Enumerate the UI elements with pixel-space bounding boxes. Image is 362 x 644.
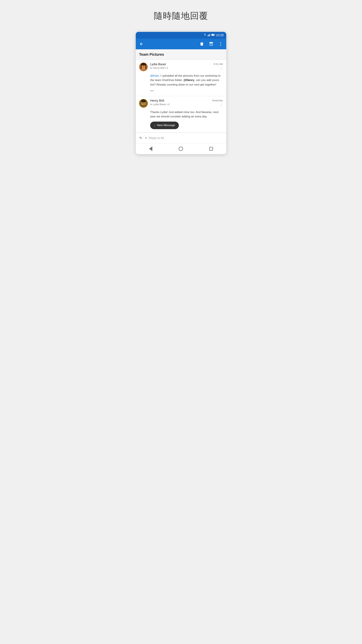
more-options-button[interactable]: ⋮	[218, 41, 224, 47]
nav-back-icon	[149, 146, 152, 151]
new-message-button[interactable]: ↓ New Message	[150, 122, 179, 129]
email-time-henry: Yesterday	[212, 99, 223, 102]
svg-rect-11	[211, 44, 212, 44]
nav-bar	[136, 144, 226, 154]
email-header-1: Lydia Bauer to Henry Brill +2 8:31 AM ⋮	[139, 62, 223, 71]
svg-rect-1	[208, 35, 209, 36]
app-bar-left	[138, 41, 144, 47]
email-more-lydia[interactable]: ⋮	[220, 66, 223, 70]
back-button[interactable]	[138, 41, 144, 47]
reply-bar: ▼ Reply to All	[136, 133, 226, 144]
sender-to-lydia: to Henry Brill +2	[150, 66, 214, 69]
svg-rect-6	[215, 34, 215, 35]
svg-point-17	[141, 63, 146, 66]
battery-icon	[211, 34, 215, 37]
sender-to-henry: to Lydia Bauer +2	[150, 103, 212, 106]
nav-home-icon	[179, 146, 183, 151]
sender-name-lydia: Lydia Bauer	[150, 62, 214, 66]
email-ellipsis-lydia: •••	[139, 89, 223, 93]
email-card-2: Henry Brill to Lydia Bauer +2 Yesterday …	[136, 96, 226, 133]
svg-point-16	[144, 66, 144, 67]
svg-rect-3	[210, 34, 210, 36]
email-more-henry[interactable]: ⋮	[220, 103, 223, 107]
email-header-2: Henry Brill to Lydia Bauer +2 Yesterday …	[139, 99, 223, 108]
email-subject: Team Pictures	[139, 52, 164, 56]
svg-point-22	[144, 103, 145, 103]
henry-body-text: Thanks Lydia! Just added mine too. And l…	[150, 110, 219, 118]
avatar-henry	[139, 99, 148, 108]
app-bar: ⋮	[136, 38, 226, 49]
avatar-lydia	[139, 62, 148, 71]
wifi-icon	[203, 34, 207, 37]
app-bar-right: ⋮	[199, 41, 224, 47]
nav-recent-icon	[209, 147, 213, 150]
new-message-label: New Message	[157, 124, 175, 127]
svg-rect-8	[201, 42, 202, 42]
email-card-1: Lydia Bauer to Henry Brill +2 8:31 AM ⋮ …	[136, 60, 226, 96]
sender-info-henry: Henry Brill to Lydia Bauer +2	[150, 99, 212, 106]
svg-rect-9	[210, 42, 213, 43]
reply-arrows-icon	[139, 136, 143, 140]
subject-bar: Team Pictures	[136, 49, 226, 60]
svg-point-23	[141, 100, 146, 102]
email-body-lydia: @Katri, I uploaded all the pictures from…	[139, 74, 223, 87]
email-time-lydia: 8:31 AM	[214, 62, 223, 66]
svg-point-15	[143, 66, 143, 67]
mention-henry: @Henry	[183, 78, 194, 82]
signal-icon	[208, 34, 210, 37]
nav-back-button[interactable]	[149, 146, 152, 151]
svg-rect-7	[200, 43, 203, 43]
sender-info-lydia: Lydia Bauer to Henry Brill +2	[150, 62, 214, 69]
email-meta-lydia: 8:31 AM ⋮	[214, 62, 223, 70]
reply-to-all-label: Reply to All	[149, 136, 164, 140]
email-meta-henry: Yesterday ⋮	[212, 99, 223, 107]
archive-button[interactable]	[208, 41, 214, 47]
svg-rect-2	[209, 34, 210, 36]
nav-recent-button[interactable]	[209, 147, 213, 150]
delete-button[interactable]	[199, 41, 205, 47]
status-time: 10:28	[216, 34, 224, 37]
email-body-henry: Thanks Lydia! Just added mine too. And l…	[139, 110, 223, 119]
new-message-area: ↓ New Message	[139, 119, 223, 129]
svg-point-21	[142, 103, 143, 103]
nav-home-button[interactable]	[179, 146, 183, 151]
page-headline: 隨時隨地回覆	[154, 10, 208, 22]
svg-rect-0	[208, 35, 208, 36]
phone-frame: 10:28	[136, 32, 226, 154]
mention-katri: @Katri	[150, 74, 159, 77]
down-arrow-icon: ↓	[154, 124, 155, 127]
page-wrapper: 隨時隨地回覆	[136, 10, 226, 154]
sender-name-henry: Henry Brill	[150, 99, 212, 102]
status-icons: 10:28	[203, 34, 224, 37]
svg-rect-5	[212, 34, 214, 36]
reply-dropdown-icon[interactable]: ▼	[145, 137, 147, 139]
status-bar: 10:28	[136, 32, 226, 38]
